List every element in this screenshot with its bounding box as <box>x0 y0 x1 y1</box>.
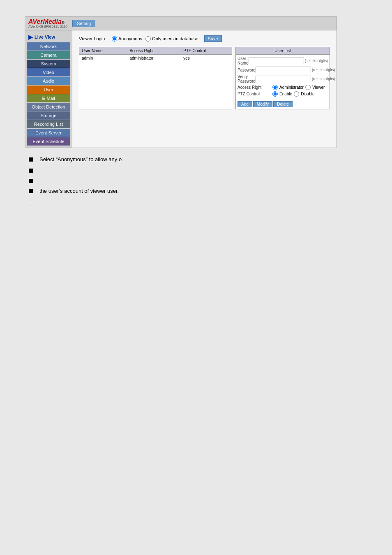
input-password[interactable] <box>256 67 311 73</box>
cell-username: admin <box>79 55 127 62</box>
save-button[interactable]: Save <box>204 35 222 42</box>
label-username: User Name <box>238 56 249 65</box>
sidebar-item-live-view[interactable]: ▶ Live View <box>25 32 72 42</box>
label-administrator: Administrator <box>279 85 304 90</box>
col-header-access-right: Access Right <box>127 47 181 55</box>
sidebar-item-recording-list[interactable]: Recording List <box>27 120 70 128</box>
radio-viewer[interactable] <box>305 85 311 90</box>
radio-only-users[interactable]: Only users in database <box>145 36 198 42</box>
user-table-section: User Name Access Right PTE Control admin… <box>79 47 232 109</box>
cell-pte-control: yes <box>181 55 232 62</box>
brand-subtitle: AVer DIGI SF030111-2110 <box>28 25 67 28</box>
bullet-text-1: Select “Anonymous” to allow any o <box>39 156 122 162</box>
content-panel: Viewer Login Anonymous Only users in dat… <box>72 30 337 148</box>
user-area: User Name Access Right PTE Control admin… <box>79 47 330 109</box>
radio-anonymous-label: Anonymous <box>118 36 142 41</box>
radio-disable[interactable] <box>294 91 299 97</box>
user-list-form: User Name (1 ~ 20 Digits) Password (0 ~ … <box>236 55 330 99</box>
sidebar-item-system[interactable]: System <box>27 60 70 68</box>
input-verify-password[interactable] <box>256 76 311 82</box>
sidebar-item-email[interactable]: E-Mail <box>27 94 70 102</box>
viewer-login-label: Viewer Login <box>79 36 112 41</box>
sidebar-item-network[interactable]: Network <box>27 42 70 51</box>
brand-media: Media <box>43 18 62 25</box>
list-item-1: Select “Anonymous” to allow any o <box>29 156 363 162</box>
col-header-pte-control: PTE Control <box>181 47 232 55</box>
live-view-icon: ▶ <box>28 34 33 40</box>
col-header-username: User Name <box>79 47 127 55</box>
form-row-username: User Name (1 ~ 20 Digits) <box>238 56 328 65</box>
user-list-header: User List <box>236 47 330 55</box>
modify-button[interactable]: Modify <box>253 101 272 107</box>
input-username[interactable] <box>249 58 304 64</box>
radio-access-right: Administrator Viewer <box>272 85 325 90</box>
bullet-list: Select “Anonymous” to allow any o the us… <box>29 156 363 194</box>
list-item-4: the user’s account of viewer user. <box>29 188 363 194</box>
label-enable: Enable <box>279 92 292 96</box>
ui-window: AVerMedia® AVer DIGI SF030111-2110 Setti… <box>25 16 337 148</box>
radio-enable[interactable] <box>272 91 278 97</box>
table-row[interactable]: admin administrator yes <box>79 55 232 62</box>
dash-char: – <box>30 201 33 207</box>
bullet-text-4: the user’s account of viewer user. <box>39 188 119 194</box>
underline-section: – <box>29 201 363 207</box>
label-access-right: Access Right <box>238 85 272 90</box>
setting-button[interactable]: Setting <box>72 20 95 27</box>
bullet-icon-4 <box>29 189 33 193</box>
label-ptz-control: PTZ Control <box>238 92 272 96</box>
bullet-icon-3 <box>29 179 33 183</box>
radio-group-viewer-login: Anonymous Only users in database Save <box>112 35 222 42</box>
main-content: ▶ Live View Network Camera System Video … <box>25 30 337 148</box>
brand-logo: AVerMedia® AVer DIGI SF030111-2110 <box>28 18 67 28</box>
sidebar-item-event-schedule[interactable]: Event Schedule <box>27 137 70 146</box>
sidebar-item-audio[interactable]: Audio <box>27 77 70 85</box>
list-item-3 <box>29 178 363 183</box>
form-row-access-right: Access Right Administrator Viewer <box>238 85 328 90</box>
sidebar-item-event-server[interactable]: Event Server <box>27 129 70 137</box>
action-buttons: Add Modify Delete <box>236 99 330 109</box>
sidebar-item-object-detection[interactable]: Object Detection <box>27 103 70 111</box>
brand-trademark: ® <box>62 21 65 25</box>
radio-administrator[interactable] <box>272 85 278 90</box>
radio-ptz-control: Enable Disable <box>272 91 315 97</box>
hint-verify-password: (0 ~ 20 Digits) <box>312 77 335 81</box>
delete-button[interactable]: Delete <box>273 101 293 107</box>
live-view-label: Live View <box>35 35 55 39</box>
cell-access-right: administrator <box>127 55 181 62</box>
bullet-icon-2 <box>29 169 33 173</box>
form-row-verify-password: Verify Password (0 ~ 20 Digits) <box>238 74 328 83</box>
add-button[interactable]: Add <box>238 101 252 107</box>
radio-only-users-label: Only users in database <box>152 36 198 41</box>
label-disable: Disable <box>301 92 314 96</box>
viewer-login-row: Viewer Login Anonymous Only users in dat… <box>79 35 330 42</box>
hint-password: (0 ~ 20 Digits) <box>312 68 335 72</box>
sidebar-item-camera[interactable]: Camera <box>27 51 70 59</box>
list-item-2 <box>29 167 363 173</box>
sidebar: ▶ Live View Network Camera System Video … <box>25 30 72 148</box>
label-verify-password: Verify Password <box>238 74 256 83</box>
hint-username: (1 ~ 20 Digits) <box>305 59 328 63</box>
top-bar: AVerMedia® AVer DIGI SF030111-2110 Setti… <box>25 17 337 30</box>
user-list-section: User List User Name (1 ~ 20 Digits) Pass… <box>235 47 330 109</box>
label-password: Password <box>238 68 256 72</box>
brand-name: AVerMedia® <box>28 18 67 25</box>
label-viewer: Viewer <box>312 85 325 90</box>
radio-only-users-input[interactable] <box>145 36 151 42</box>
form-row-password: Password (0 ~ 20 Digits) <box>238 67 328 73</box>
sidebar-item-storage[interactable]: Storage <box>27 111 70 120</box>
radio-anonymous[interactable]: Anonymous <box>112 36 142 42</box>
user-table: User Name Access Right PTE Control admin… <box>79 47 232 62</box>
radio-anonymous-input[interactable] <box>112 36 117 42</box>
bullet-icon-1 <box>29 157 33 162</box>
sidebar-item-user[interactable]: User <box>27 86 70 94</box>
form-row-ptz-control: PTZ Control Enable Disable <box>238 91 328 97</box>
sidebar-item-video[interactable]: Video <box>27 68 70 76</box>
below-content: Select “Anonymous” to allow any o the us… <box>25 156 367 207</box>
brand-aver: AVer <box>28 18 43 25</box>
